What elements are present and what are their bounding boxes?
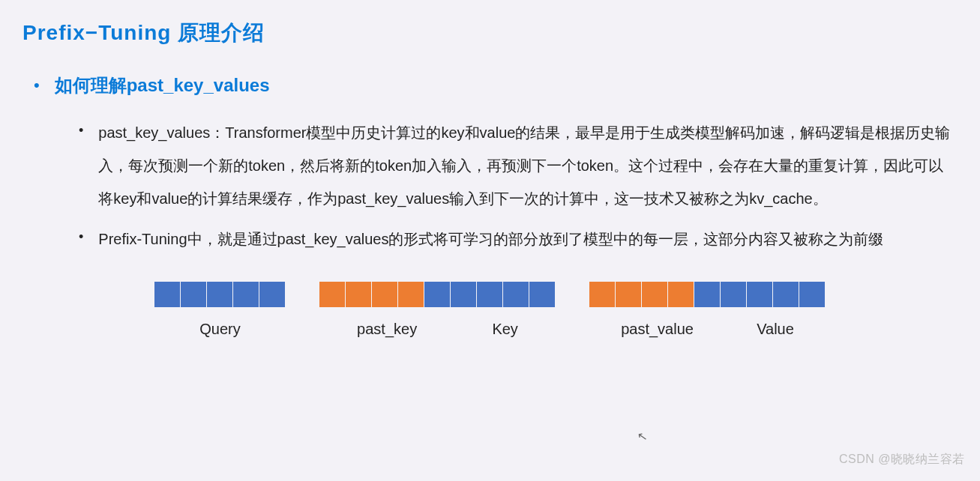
- blue-box: [451, 282, 476, 307]
- orange-box: [589, 282, 615, 307]
- labels-row: Query: [154, 321, 286, 338]
- boxes-row: [319, 282, 556, 307]
- boxes-row: [589, 282, 826, 307]
- blue-box: [747, 282, 772, 307]
- orange-box: [319, 282, 345, 307]
- orange-box: [668, 282, 694, 307]
- blue-box: [259, 282, 285, 307]
- labels-row: past_valueValue: [589, 321, 826, 338]
- labels-row: past_keyKey: [319, 321, 556, 338]
- orange-box: [616, 282, 641, 307]
- diagram-label: Value: [757, 321, 794, 338]
- orange-box: [642, 282, 667, 307]
- blue-box: [424, 282, 450, 307]
- section-heading: 如何理解past_key_values: [55, 73, 270, 97]
- diagram-group: past_valueValue: [589, 282, 826, 338]
- kv-diagram: Querypast_keyKeypast_valueValue: [22, 282, 958, 338]
- blue-box: [773, 282, 799, 307]
- blue-box: [799, 282, 825, 307]
- cursor-icon: ↖: [636, 429, 648, 444]
- blue-box: [503, 282, 529, 307]
- blue-box: [721, 282, 746, 307]
- diagram-group: Query: [154, 282, 286, 338]
- blue-box: [154, 282, 180, 307]
- page-title: Prefix−Tuning 原理介绍: [22, 19, 958, 47]
- diagram-group: past_keyKey: [319, 282, 556, 338]
- bullet-icon: •: [79, 223, 83, 255]
- blue-box: [477, 282, 502, 307]
- blue-box: [694, 282, 720, 307]
- diagram-label: past_key: [357, 321, 417, 338]
- orange-box: [346, 282, 371, 307]
- watermark: CSDN @晓晓纳兰容若: [839, 452, 965, 468]
- list-item: • Prefix-Tuning中，就是通过past_key_values的形式将…: [79, 223, 958, 255]
- list-item: • past_key_values：Transformer模型中历史计算过的ke…: [79, 116, 958, 215]
- blue-box: [233, 282, 259, 307]
- boxes-row: [154, 282, 286, 307]
- bullet-icon: •: [34, 77, 40, 94]
- section: • 如何理解past_key_values • past_key_values：…: [34, 73, 958, 255]
- bullet-icon: •: [79, 116, 83, 215]
- list-item-text: Prefix-Tuning中，就是通过past_key_values的形式将可学…: [98, 223, 883, 255]
- blue-box: [207, 282, 232, 307]
- bullet-list: • past_key_values：Transformer模型中历史计算过的ke…: [79, 116, 958, 255]
- section-heading-row: • 如何理解past_key_values: [34, 73, 958, 97]
- list-item-text: past_key_values：Transformer模型中历史计算过的key和…: [98, 116, 958, 215]
- diagram-label: Key: [492, 321, 517, 338]
- diagram-label: Query: [199, 321, 240, 338]
- diagram-label: past_value: [621, 321, 694, 338]
- orange-box: [398, 282, 424, 307]
- orange-box: [372, 282, 397, 307]
- blue-box: [181, 282, 206, 307]
- blue-box: [529, 282, 555, 307]
